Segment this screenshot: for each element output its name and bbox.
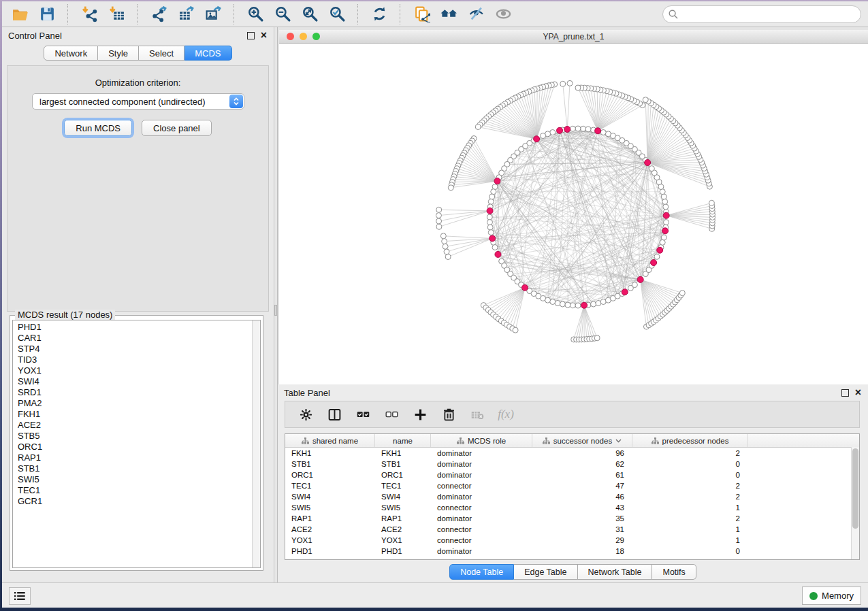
tab-mcds[interactable]: MCDS: [184, 46, 231, 61]
home-button[interactable]: [435, 3, 462, 25]
mcds-result-item[interactable]: STB1: [13, 463, 252, 474]
import-network-icon: [81, 5, 98, 22]
export-network-button[interactable]: [145, 3, 172, 25]
table-row[interactable]: SWI4SWI4dominator462: [285, 491, 859, 502]
table-row[interactable]: STB1STB1dominator620: [285, 459, 859, 469]
table-cell: 0: [632, 460, 748, 468]
optimization-criterion-select[interactable]: largest connected component (undirected): [32, 93, 244, 110]
table-row[interactable]: ORC1ORC1dominator610: [285, 469, 859, 480]
mcds-result-item[interactable]: ORC1: [13, 442, 252, 452]
deselect-all-button[interactable]: [379, 403, 404, 425]
optimization-criterion-value: largest connected component (undirected): [33, 97, 229, 107]
zoom-selected-button[interactable]: [323, 3, 351, 25]
toolbar-separator: [137, 4, 138, 24]
tab-style[interactable]: Style: [98, 46, 139, 61]
close-panel-button[interactable]: Close panel: [142, 120, 212, 136]
zoom-in-button[interactable]: [242, 3, 269, 25]
control-panel-header: Control Panel ×: [2, 27, 274, 44]
network-window-titlebar[interactable]: YPA_prune.txt_1: [279, 30, 868, 44]
mcds-result-list[interactable]: PHD1CAR1STP4TID3YOX1SWI4SRD1PMA2FKH1ACE2…: [12, 320, 261, 568]
shared-column-icon: [457, 437, 464, 444]
table-cell: SWI5: [285, 503, 375, 512]
tab-network[interactable]: Network: [44, 46, 98, 61]
table-row[interactable]: SWI5SWI5connector431: [285, 502, 859, 513]
mcds-result-item[interactable]: FKH1: [13, 409, 252, 420]
tab-edge-table[interactable]: Edge Table: [514, 564, 577, 580]
table-cell: dominator: [431, 493, 532, 501]
table-row[interactable]: TEC1TEC1connector472: [285, 480, 859, 491]
mcds-result-item[interactable]: SWI4: [13, 376, 252, 387]
table-cell: 31: [532, 525, 632, 533]
float-table-panel-icon[interactable]: [841, 389, 849, 397]
add-button[interactable]: [408, 403, 432, 425]
mcds-result-item[interactable]: YOX1: [13, 365, 252, 376]
mcds-result-item[interactable]: CAR1: [13, 333, 252, 344]
table-cell: STB1: [285, 460, 375, 468]
table-scrollbar-thumb[interactable]: [852, 448, 858, 529]
hide-selected-button[interactable]: [462, 3, 489, 25]
task-history-button[interactable]: [9, 587, 31, 605]
tab-network-table[interactable]: Network Table: [578, 564, 653, 580]
open-button[interactable]: [6, 3, 33, 25]
table-cell: PHD1: [375, 547, 431, 555]
mcds-result-item[interactable]: PHD1: [13, 322, 252, 333]
delete-button[interactable]: [436, 403, 461, 425]
refresh-button[interactable]: [366, 3, 393, 25]
tab-motifs[interactable]: Motifs: [652, 564, 696, 580]
mcds-result-item[interactable]: GCR1: [13, 496, 252, 507]
float-panel-icon[interactable]: [247, 32, 255, 39]
column-header-shared-name[interactable]: shared name: [285, 434, 375, 447]
columns-button[interactable]: [322, 403, 347, 425]
mcds-result-item[interactable]: SRD1: [13, 387, 252, 398]
column-header-successor-nodes[interactable]: successor nodes: [532, 434, 632, 447]
mcds-result-item[interactable]: ACE2: [13, 420, 252, 431]
export-table-button[interactable]: [172, 3, 199, 25]
zoom-out-button[interactable]: [269, 3, 296, 25]
table-row[interactable]: PHD1PHD1dominator180: [285, 546, 859, 557]
select-all-button[interactable]: [351, 403, 375, 425]
table-row[interactable]: RAP1RAP1dominator352: [285, 513, 859, 524]
table-cell: 47: [532, 482, 632, 490]
mcds-result-item[interactable]: RAP1: [13, 452, 252, 463]
close-panel-icon[interactable]: ×: [261, 32, 267, 39]
table-row[interactable]: ACE2ACE2connector311: [285, 524, 859, 535]
mcds-result-item[interactable]: PMA2: [13, 398, 252, 409]
zoom-fit-button[interactable]: [296, 3, 323, 25]
table-cell: 2: [632, 482, 748, 490]
search-input[interactable]: [662, 5, 861, 23]
import-network-button[interactable]: [76, 3, 103, 25]
mcds-list-scrollbar[interactable]: [252, 320, 260, 567]
tab-select[interactable]: Select: [139, 46, 184, 61]
shared-column-icon: [302, 437, 309, 444]
table-row[interactable]: YOX1YOX1connector291: [285, 535, 859, 546]
column-header-name[interactable]: name: [375, 434, 431, 447]
table-cell: RAP1: [285, 514, 375, 523]
table-row[interactable]: FKH1FKH1dominator962: [285, 448, 859, 459]
table-scrollbar[interactable]: [851, 447, 859, 559]
run-mcds-button[interactable]: Run MCDS: [64, 120, 132, 136]
mcds-result-item[interactable]: TID3: [13, 354, 252, 365]
settings-button[interactable]: [293, 403, 318, 425]
table-cell: dominator: [431, 460, 532, 468]
mcds-result-item[interactable]: SWI5: [13, 474, 252, 485]
table-toolbar: f(x): [285, 401, 860, 428]
column-header-MCDS-role[interactable]: MCDS role: [431, 434, 532, 447]
delete-icon: [442, 408, 456, 422]
node-table[interactable]: shared namenameMCDS rolesuccessor nodesp…: [285, 433, 860, 560]
table-cell: 96: [532, 449, 632, 457]
export-image-button[interactable]: [199, 3, 227, 25]
network-canvas[interactable]: [279, 44, 868, 386]
import-table-button[interactable]: [103, 3, 130, 25]
mcds-result-item[interactable]: STP4: [13, 344, 252, 354]
mcds-result-item[interactable]: STB5: [13, 431, 252, 442]
mcds-result-item[interactable]: TEC1: [13, 485, 252, 496]
column-header-predecessor-nodes[interactable]: predecessor nodes: [632, 434, 748, 447]
memory-button[interactable]: Memory: [802, 587, 861, 605]
duplicate-network-button[interactable]: [408, 3, 435, 25]
tab-node-table[interactable]: Node Table: [449, 564, 514, 580]
list-icon: [14, 591, 25, 601]
table-cell: FKH1: [285, 449, 375, 457]
show-all-button[interactable]: [489, 3, 517, 25]
close-table-panel-icon[interactable]: ×: [855, 389, 861, 396]
save-button[interactable]: [33, 3, 61, 25]
